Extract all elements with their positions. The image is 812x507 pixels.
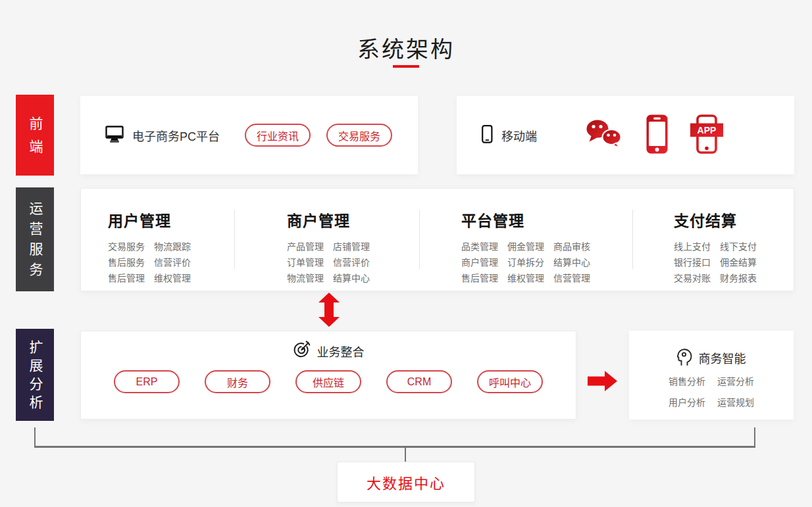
big-data-center-box: 大数据中心 (337, 462, 475, 502)
double-arrow-icon (318, 293, 340, 329)
mobile-card-title: 移动端 (501, 127, 537, 144)
ops-row: 售后管理 维权管理 信营管理 (461, 270, 590, 286)
ops-column-payment: 支付结算 线上支付 线下支付 银行接口 佣金结算 交易对账 财务报表 (674, 208, 757, 286)
architecture-diagram: 系统架构 前端 运营服务 扩展分析 电子商务PC平台 行业资讯 交易服务 移 (0, 0, 812, 507)
ops-item: 售后管理 (461, 270, 498, 286)
big-data-center-label: 大数据中心 (367, 471, 445, 493)
pc-platform-card: 电子商务PC平台 行业资讯 交易服务 (80, 96, 418, 174)
ops-item: 商品审核 (553, 239, 590, 254)
ops-item: 信营评价 (154, 254, 191, 270)
ops-item: 交易服务 (108, 239, 145, 254)
ops-item: 线上支付 (674, 239, 711, 254)
trade-service-button[interactable]: 交易服务 (326, 124, 392, 147)
column-title: 平台管理 (461, 208, 590, 231)
ops-item: 交易对账 (674, 270, 711, 286)
side-label-operations: 运营服务 (16, 187, 54, 291)
bi-item: 用户分析 (669, 395, 705, 408)
bi-header: 商务智能 (629, 347, 794, 369)
ops-item: 商户管理 (461, 254, 498, 270)
integration-title: 业务整合 (317, 343, 365, 360)
monitor-icon (105, 126, 124, 145)
bracket-line-horizontal (34, 446, 755, 448)
ops-item: 售后管理 (108, 270, 145, 286)
supply-chain-button[interactable]: 供应链 (295, 370, 361, 393)
ops-item: 财务报表 (720, 270, 757, 286)
side-label-frontend: 前端 (16, 95, 54, 176)
app-badge-text: APP (698, 125, 717, 135)
ops-column-user: 用户管理 交易服务 物流跟踪 售后服务 信营评价 售后管理 维权管理 (108, 208, 191, 286)
bi-item: 销售分析 (669, 374, 705, 387)
bi-row: 用户分析 运营规划 (629, 395, 794, 408)
integration-card: 业务整合 ERP 财务 供应链 CRM 呼叫中心 (80, 331, 576, 420)
ops-row: 交易对账 财务报表 (674, 270, 757, 286)
ops-item: 订单拆分 (507, 254, 544, 270)
finance-button[interactable]: 财务 (205, 370, 270, 393)
mobile-phone-icon (646, 114, 668, 157)
page-title: 系统架构 (0, 32, 812, 64)
phone-outline-icon (482, 125, 493, 146)
side-label-extension: 扩展分析 (16, 329, 54, 421)
ops-item: 银行接口 (674, 254, 711, 270)
operations-card: 用户管理 交易服务 物流跟踪 售后服务 信营评价 售后管理 维权管理 商户管理 … (80, 188, 794, 291)
crm-button[interactable]: CRM (386, 370, 452, 393)
integration-buttons: ERP 财务 供应链 CRM 呼叫中心 (81, 370, 576, 393)
ops-row: 售后服务 信营评价 (108, 254, 191, 270)
ops-column-merchant: 商户管理 产品管理 店铺管理 订单管理 信营评价 物流管理 结算中心 (287, 208, 370, 286)
right-arrow-icon (588, 370, 618, 395)
ops-row: 银行接口 佣金结算 (674, 254, 757, 270)
column-title: 商户管理 (287, 208, 370, 231)
ops-row: 订单管理 信营评价 (287, 254, 370, 270)
ops-column-platform: 平台管理 品类管理 佣金管理 商品审核 商户管理 订单拆分 结算中心 售后管理 … (461, 208, 590, 286)
ops-item: 信营管理 (553, 270, 590, 286)
ops-item: 物流跟踪 (154, 239, 191, 254)
ops-item: 维权管理 (507, 270, 544, 286)
column-divider (234, 210, 235, 269)
column-divider (632, 210, 633, 269)
ops-item: 物流管理 (287, 270, 324, 286)
ops-item: 售后服务 (108, 254, 145, 270)
call-center-button[interactable]: 呼叫中心 (477, 370, 543, 393)
mobile-card: 移动端 (457, 96, 794, 174)
erp-button[interactable]: ERP (114, 370, 180, 393)
ops-item: 产品管理 (287, 239, 324, 254)
column-title: 用户管理 (108, 208, 191, 231)
ops-row: 售后管理 维权管理 (108, 270, 191, 286)
ops-row: 线上支付 线下支付 (674, 239, 757, 254)
bi-item: 运营分析 (717, 374, 754, 387)
wechat-icon (586, 119, 624, 152)
ops-item: 佣金结算 (720, 254, 757, 270)
target-icon (293, 341, 311, 362)
ops-row: 物流管理 结算中心 (287, 270, 370, 286)
ops-item: 结算中心 (333, 270, 370, 286)
ops-item: 店铺管理 (333, 239, 370, 254)
app-icon: APP (690, 114, 723, 157)
bracket-line-center (405, 448, 406, 462)
bracket-line-right (754, 427, 755, 447)
ops-item: 线下支付 (720, 239, 757, 254)
ops-item: 结算中心 (553, 254, 590, 270)
bi-card: 商务智能 销售分析 运营分析 用户分析 运营规划 (629, 331, 794, 420)
column-title: 支付结算 (674, 208, 757, 231)
ops-row: 产品管理 店铺管理 (287, 239, 370, 254)
industry-news-button[interactable]: 行业资讯 (245, 124, 311, 147)
bi-row: 销售分析 运营分析 (629, 374, 794, 387)
ops-item: 信营评价 (333, 254, 370, 270)
ops-row: 交易服务 物流跟踪 (108, 239, 191, 254)
ops-item: 订单管理 (287, 254, 324, 270)
ops-item: 品类管理 (461, 239, 498, 254)
title-underline (393, 65, 419, 68)
ops-row: 商户管理 订单拆分 结算中心 (461, 254, 590, 270)
bi-title: 商务智能 (699, 349, 746, 366)
ops-item: 维权管理 (154, 270, 191, 286)
ops-item: 佣金管理 (507, 239, 544, 254)
mobile-channels: APP (586, 114, 723, 157)
ops-row: 品类管理 佣金管理 商品审核 (461, 239, 590, 254)
bi-item: 运营规划 (717, 395, 754, 408)
integration-header: 业务整合 (81, 341, 576, 362)
pc-card-title: 电子商务PC平台 (132, 127, 220, 144)
head-mind-icon (677, 347, 692, 369)
bracket-line-left (34, 427, 36, 447)
column-divider (419, 210, 420, 269)
